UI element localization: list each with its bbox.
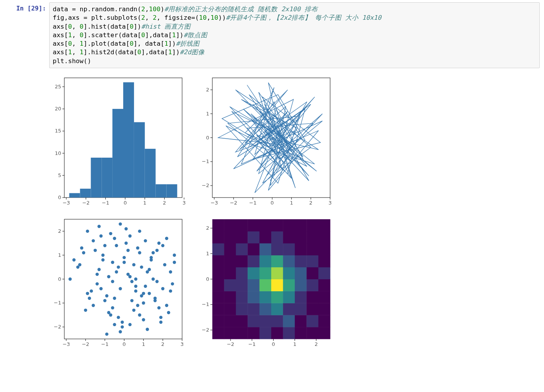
svg-point-171 (138, 230, 141, 233)
svg-text:20: 20 (55, 106, 61, 112)
svg-point-163 (159, 316, 162, 319)
svg-rect-202 (271, 315, 283, 327)
svg-point-156 (92, 239, 95, 242)
svg-rect-208 (224, 303, 236, 315)
svg-rect-227 (212, 279, 224, 291)
svg-rect-268 (224, 231, 236, 243)
prompt-suffix: ]: (39, 5, 46, 12)
svg-point-139 (167, 311, 170, 314)
svg-rect-254 (295, 255, 307, 267)
svg-point-115 (165, 304, 168, 307)
svg-rect-222 (271, 291, 283, 303)
svg-point-95 (105, 294, 108, 297)
svg-point-93 (138, 313, 141, 316)
svg-text:0: 0 (272, 341, 275, 347)
svg-point-165 (130, 280, 133, 283)
svg-rect-260 (248, 243, 260, 255)
svg-text:5: 5 (58, 172, 61, 178)
svg-point-144 (155, 280, 158, 283)
svg-point-96 (124, 227, 127, 230)
svg-point-124 (163, 263, 166, 266)
svg-point-136 (119, 222, 122, 225)
svg-point-180 (76, 265, 79, 268)
svg-rect-272 (271, 231, 283, 243)
svg-point-128 (122, 256, 126, 259)
svg-rect-201 (260, 315, 272, 327)
svg-text:0: 0 (58, 276, 61, 282)
svg-point-158 (107, 275, 110, 278)
svg-point-118 (82, 251, 85, 254)
code-editor[interactable]: data = np.random.randn(2,100)#用标准的正太分布的随… (49, 2, 540, 68)
svg-rect-229 (236, 279, 248, 291)
svg-rect-247 (212, 255, 224, 267)
svg-point-123 (98, 268, 101, 271)
svg-rect-241 (260, 267, 272, 279)
svg-point-100 (144, 239, 147, 242)
svg-point-117 (142, 318, 145, 321)
svg-rect-266 (318, 243, 331, 255)
svg-rect-240 (248, 267, 260, 279)
svg-text:−2: −2 (202, 182, 209, 188)
svg-point-174 (113, 297, 116, 300)
svg-rect-253 (283, 255, 295, 267)
svg-text:−2: −2 (82, 200, 90, 206)
svg-rect-239 (236, 267, 248, 279)
svg-rect-191 (260, 327, 272, 339)
code-cell[interactable]: In [29]: data = np.random.randn(2,100)#用… (0, 0, 544, 69)
svg-text:1: 1 (142, 341, 145, 347)
svg-rect-203 (283, 315, 295, 327)
svg-point-145 (105, 332, 108, 335)
svg-rect-204 (295, 315, 307, 327)
svg-point-170 (96, 273, 99, 276)
svg-text:−2: −2 (54, 324, 61, 330)
svg-point-131 (171, 282, 174, 285)
svg-point-140 (115, 270, 118, 273)
svg-text:−2: −2 (230, 200, 237, 206)
svg-point-141 (142, 301, 145, 304)
svg-point-161 (144, 285, 147, 288)
svg-text:0: 0 (124, 200, 127, 206)
svg-point-98 (169, 270, 172, 273)
svg-point-146 (132, 263, 135, 266)
svg-point-106 (130, 299, 133, 302)
svg-point-157 (169, 289, 172, 292)
svg-point-125 (117, 316, 120, 319)
svg-point-104 (159, 320, 162, 323)
svg-rect-275 (306, 231, 318, 243)
svg-point-111 (148, 292, 151, 295)
svg-text:0: 0 (270, 200, 274, 206)
svg-point-90 (113, 323, 116, 326)
svg-rect-258 (224, 243, 236, 255)
svg-rect-215 (306, 303, 318, 315)
svg-point-176 (119, 287, 122, 290)
svg-point-168 (126, 249, 129, 252)
svg-rect-281 (260, 219, 272, 231)
svg-rect-27 (69, 193, 80, 197)
svg-rect-264 (295, 243, 307, 255)
svg-text:−1: −1 (248, 341, 256, 347)
svg-point-142 (72, 258, 76, 261)
svg-rect-269 (236, 231, 248, 243)
svg-rect-262 (271, 243, 283, 255)
svg-rect-231 (260, 279, 272, 291)
svg-point-169 (153, 299, 157, 302)
svg-rect-280 (248, 219, 260, 231)
svg-point-162 (117, 265, 120, 268)
output-area: −3−2−101230510152025 −3−2−10123−2−1012 −… (46, 69, 540, 351)
svg-point-167 (109, 313, 112, 316)
svg-text:−1: −1 (202, 158, 209, 164)
svg-rect-187 (212, 327, 224, 339)
svg-text:2: 2 (309, 200, 312, 206)
svg-point-103 (115, 244, 118, 247)
svg-point-173 (146, 270, 149, 273)
plot-grid: −3−2−101230510152025 −3−2−10123−2−1012 −… (46, 76, 340, 351)
svg-rect-274 (295, 231, 307, 243)
svg-point-129 (146, 328, 149, 331)
svg-point-154 (121, 320, 124, 323)
svg-text:−2: −2 (227, 341, 234, 347)
svg-text:10: 10 (55, 150, 61, 156)
svg-point-97 (92, 304, 95, 307)
svg-text:3: 3 (182, 200, 186, 206)
svg-text:−3: −3 (62, 341, 70, 347)
svg-text:1: 1 (206, 251, 209, 256)
